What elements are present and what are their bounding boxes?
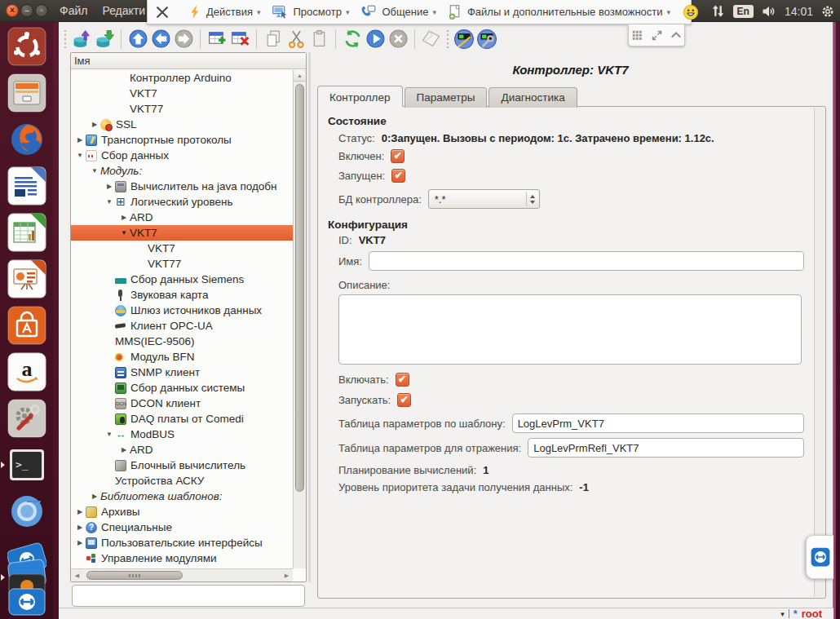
tree-column-header[interactable]: Імя (71, 53, 306, 69)
toolbar-grip[interactable] (63, 30, 68, 48)
panel-splitter[interactable] (308, 52, 311, 582)
tv-menu-item[interactable]: Действия▾ (183, 2, 266, 21)
tree-item[interactable]: VKT77 (71, 101, 293, 117)
tree-vertical-scrollbar[interactable]: ▲ (293, 70, 306, 568)
toolbar-grip[interactable] (445, 30, 450, 48)
libreoffice-writer-launcher-icon[interactable] (7, 166, 46, 206)
load-db-button[interactable] (70, 28, 93, 51)
enabled-checkbox[interactable]: ✔ (391, 149, 405, 163)
scroll-left-icon[interactable]: ◀ (71, 569, 83, 581)
fullscreen-icon[interactable] (648, 27, 665, 43)
tree-item[interactable]: ▶Вычислитель на java подобн (71, 179, 293, 194)
description-textarea[interactable] (338, 294, 802, 365)
menu-item[interactable]: Файл (60, 4, 87, 17)
tree-item[interactable]: ▶?Специальные (71, 520, 293, 535)
tree-item[interactable]: SNMP клиент (71, 365, 293, 380)
teamviewer-launcher-icon[interactable] (7, 538, 46, 617)
tree-item[interactable]: Устройства АСКУ (71, 473, 293, 489)
tree-horizontal-scrollbar[interactable]: ◀ ▶ (71, 568, 293, 581)
tree-item[interactable]: ▶ARD (71, 210, 293, 225)
tree-item[interactable]: Клиент OPC-UA (71, 318, 293, 334)
tree-item[interactable]: ▶ARD (71, 442, 293, 458)
content-vertical-scrollbar[interactable] (814, 108, 825, 597)
tab-Диагностика[interactable]: Диагностика (489, 87, 577, 108)
tree-item[interactable]: ▶Библиотека шаблонов: (71, 489, 293, 504)
name-input[interactable] (369, 251, 804, 271)
expand-arrow-icon[interactable]: ▶ (89, 121, 100, 128)
tree-item[interactable]: ▶Пользовательские интерфейсы (71, 535, 293, 550)
feedback-smiley-icon[interactable] (682, 2, 700, 22)
tv-menu-item[interactable]: Общение▾ (354, 2, 441, 22)
spinner-arrows-icon[interactable] (526, 192, 536, 206)
clock[interactable]: 14:01 (785, 5, 813, 18)
collapse-chevron-icon[interactable] (668, 27, 684, 43)
session-gear-icon[interactable] (820, 4, 835, 19)
network-updown-icon[interactable] (710, 3, 726, 19)
libreoffice-impress-launcher-icon[interactable] (7, 259, 46, 298)
expand-arrow-icon[interactable]: ▶ (74, 508, 86, 515)
collapse-arrow-icon[interactable]: ▼ (104, 198, 115, 206)
expand-arrow-icon[interactable]: ▶ (118, 446, 130, 453)
tree-item[interactable]: MMS(IEC-9506) (71, 334, 293, 349)
tree-item[interactable]: DCNDCON клиент (71, 396, 293, 411)
tab-Параметры[interactable]: Параметры (405, 87, 488, 108)
scroll-right-icon[interactable]: ▶ (281, 569, 293, 581)
tree-item[interactable]: ▶Транспортные протоколы (71, 132, 293, 148)
files-launcher-icon[interactable] (7, 73, 46, 113)
grid-icon[interactable] (629, 27, 645, 43)
tree-item[interactable]: VKT7 (71, 86, 293, 101)
template-table-input[interactable] (512, 413, 804, 433)
vertical-scroll-thumb[interactable] (295, 84, 304, 492)
tree-item[interactable]: Управление модулями (71, 550, 293, 566)
paste-button[interactable] (307, 28, 330, 51)
expand-arrow-icon[interactable]: ▶ (118, 214, 130, 221)
controller-db-select[interactable]: *.* (428, 189, 540, 209)
close-button[interactable]: × (6, 4, 19, 17)
vca-run-button[interactable] (475, 28, 498, 51)
maximize-button[interactable]: ▫ (35, 4, 48, 17)
expand-arrow-icon[interactable]: ▶ (74, 136, 86, 144)
tree-item[interactable]: Звуковая карта (71, 287, 293, 303)
to-start-checkbox[interactable]: ✔ (397, 393, 411, 407)
save-db-button[interactable] (93, 28, 116, 51)
refresh-button[interactable] (341, 28, 364, 51)
amazon-launcher-icon[interactable]: a (7, 352, 46, 391)
statusbar-caret-icon[interactable]: ▾ (780, 610, 785, 618)
tree-item[interactable]: Контроллер Arduino (71, 70, 293, 86)
terminal-launcher-icon[interactable]: >_ (7, 445, 46, 484)
teamviewer-edge-button[interactable] (806, 535, 833, 579)
tree-item[interactable]: Шлюз источников данных (71, 303, 293, 318)
tree-item[interactable]: ▼⊞Логический уровень (71, 194, 293, 210)
tree-item[interactable]: VKT7 (71, 241, 293, 256)
start-button[interactable] (364, 28, 387, 51)
vca-dev-button[interactable] (453, 28, 475, 51)
session-close-icon[interactable] (154, 2, 170, 22)
stop-button[interactable] (387, 28, 409, 51)
tab-Контроллер[interactable]: Контроллер (317, 86, 403, 107)
tree-item[interactable]: Сбор данных системы (71, 380, 293, 396)
tv-menu-item[interactable]: Просмотр▾ (266, 2, 355, 22)
tree-item[interactable]: ▶Архивы (71, 504, 293, 520)
clear-button[interactable] (420, 28, 443, 51)
expand-arrow-icon[interactable]: ▶ (74, 524, 86, 531)
up-button[interactable] (126, 28, 149, 51)
add-item-button[interactable] (206, 28, 228, 51)
collapse-arrow-icon[interactable]: ▼ (74, 152, 86, 159)
collapse-arrow-icon[interactable]: ▼ (118, 229, 130, 237)
tree-item-selected[interactable]: ▼VKT7 (71, 225, 293, 241)
tree-item[interactable]: VKT77 (71, 256, 293, 272)
forward-button[interactable] (172, 28, 195, 51)
minimize-button[interactable]: – (20, 4, 33, 17)
del-item-button[interactable] (228, 28, 251, 51)
tree-item[interactable]: Сбор данных Siemens (71, 272, 293, 287)
collapse-arrow-icon[interactable]: ▼ (104, 431, 115, 438)
expand-arrow-icon[interactable]: ▶ (104, 183, 115, 190)
tree-item[interactable]: ▶SSL (71, 117, 293, 132)
reflect-table-input[interactable] (528, 438, 804, 458)
firefox-launcher-icon[interactable] (7, 120, 46, 159)
software-center-launcher-icon[interactable] (7, 306, 46, 345)
to-enable-checkbox[interactable]: ✔ (396, 373, 409, 387)
tree-item[interactable]: Блочный вычислитель (71, 458, 293, 473)
tv-menu-item[interactable]: Файлы и дополнительные возможности▾ (441, 2, 675, 23)
tree-item[interactable]: ▼Сбор данных (71, 148, 293, 163)
